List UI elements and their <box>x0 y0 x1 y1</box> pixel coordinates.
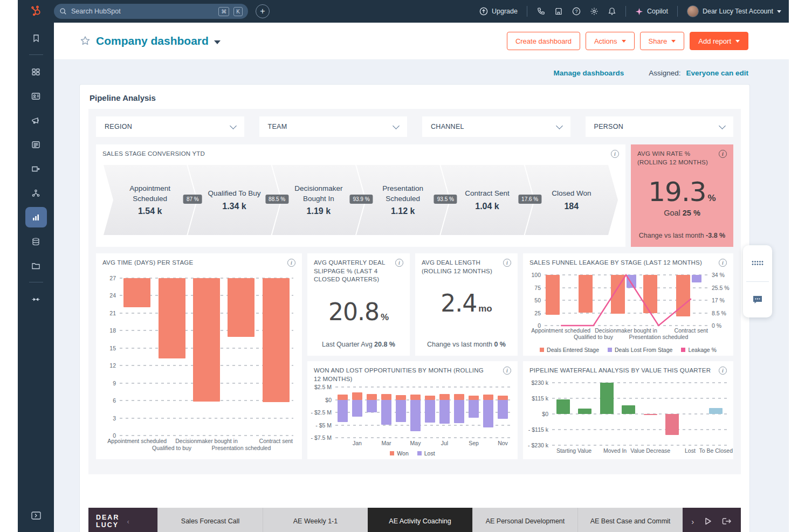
sidebar-item-library[interactable] <box>25 255 47 276</box>
sidebar-item-collapse[interactable] <box>25 289 47 309</box>
info-icon[interactable]: i <box>503 367 511 375</box>
sidebar-item-crm[interactable] <box>25 86 47 106</box>
gridline <box>552 382 727 383</box>
account-menu[interactable]: Dear Lucy Test Account <box>687 5 781 17</box>
sidebar-expand-button[interactable] <box>25 505 47 526</box>
info-icon[interactable]: i <box>287 259 295 267</box>
sidebar-item-bookmarks[interactable] <box>25 28 47 49</box>
filter-team[interactable]: TEAM <box>259 116 408 137</box>
waterfall-bar <box>644 414 657 415</box>
bar-won <box>352 392 362 399</box>
copilot-label: Copilot <box>647 8 668 15</box>
ytick: 12 <box>109 362 116 369</box>
shortcut-k-key: K <box>233 7 243 16</box>
x-axis-label: Contract sent <box>259 438 293 444</box>
bar <box>228 278 254 337</box>
tab-ae-activity-coaching[interactable]: AE Activity Coaching <box>368 508 472 532</box>
actions-button[interactable]: Actions <box>586 32 635 50</box>
manage-dashboards-link[interactable]: Manage dashboards <box>554 69 624 77</box>
sidebar-item-reporting[interactable] <box>25 207 47 227</box>
copilot-sparkle-icon <box>635 8 643 16</box>
x-axis-label: Decisionmaker bought in <box>175 438 238 444</box>
notifications-bell-icon[interactable] <box>608 7 616 16</box>
slippage-footer: Last Quarter Avg 20.8 % <box>307 341 410 356</box>
share-button[interactable]: Share <box>640 32 685 50</box>
collapse-arrows-icon <box>31 295 40 304</box>
ytick: 24 <box>109 292 116 299</box>
data-database-icon <box>31 237 40 246</box>
present-exit-icon[interactable] <box>721 516 732 526</box>
bar-won <box>381 394 391 399</box>
info-icon[interactable]: i <box>611 150 619 158</box>
sidebar-item-workspaces[interactable] <box>25 61 47 82</box>
sidebar-item-automations[interactable] <box>25 183 47 203</box>
create-new-button[interactable]: + <box>256 4 270 18</box>
info-icon[interactable]: i <box>719 259 727 267</box>
hubspot-logo[interactable] <box>18 5 54 17</box>
next-chevron-icon[interactable]: › <box>691 517 694 526</box>
ytick: - $230 k <box>528 442 548 448</box>
leakage-legend: Deals Entered Stage Deals Lost From Stag… <box>523 347 733 353</box>
info-icon[interactable]: i <box>719 367 727 375</box>
info-icon[interactable]: i <box>719 150 727 158</box>
bar-lost <box>338 400 348 422</box>
sidebar-item-content[interactable] <box>25 134 47 155</box>
global-search[interactable]: ⌘ K <box>54 4 248 19</box>
help-icon[interactable]: ? <box>572 7 581 16</box>
divider <box>527 6 527 17</box>
assigned-value-link[interactable]: Everyone can edit <box>686 69 748 77</box>
waterfall-bar <box>556 399 570 414</box>
ytick: 9 <box>113 380 116 386</box>
favorite-star-icon[interactable] <box>80 36 91 46</box>
ytick: - $115 k <box>528 426 548 433</box>
top-navigation-bar: ⌘ K + Upgrade ? Copilot Dear Lucy Test <box>18 0 789 23</box>
ytick: 100 <box>531 272 541 278</box>
add-report-button[interactable]: Add report <box>690 32 748 50</box>
search-input[interactable] <box>71 8 214 15</box>
rtick: 8.5 % <box>712 310 726 316</box>
info-icon[interactable]: i <box>503 259 511 267</box>
upgrade-button[interactable]: Upgrade <box>479 7 518 16</box>
dots-grid-button[interactable] <box>743 245 772 281</box>
calls-icon[interactable] <box>536 7 545 16</box>
x-axis-label: Qualified to buy <box>152 445 191 451</box>
title-caret-icon[interactable] <box>214 40 221 44</box>
leakage-line <box>545 275 707 326</box>
filter-person[interactable]: PERSON <box>586 116 734 137</box>
copilot-button[interactable]: Copilot <box>635 8 668 16</box>
sidebar-item-commerce[interactable] <box>25 158 47 179</box>
x-axis-label: Appointment scheduled <box>107 438 167 444</box>
bar <box>123 278 150 307</box>
bar-won <box>396 395 406 399</box>
bar-lost <box>483 400 493 428</box>
bar-lost <box>367 400 377 413</box>
comment-button[interactable] <box>743 282 772 318</box>
sidebar-item-data[interactable] <box>25 231 47 252</box>
sidebar-item-marketing[interactable] <box>25 110 47 130</box>
settings-gear-icon[interactable] <box>590 7 598 16</box>
filter-region[interactable]: REGION <box>96 116 244 137</box>
page-title: Company dashboard <box>96 34 209 47</box>
conversion-badge: 93.9 % <box>349 195 373 204</box>
waterfall-bar <box>665 414 679 435</box>
win-rate-value: 19.3% <box>631 176 733 208</box>
waterfall-plot: $230 k$115 k$0- $115 k- $230 kStarting V… <box>552 383 727 445</box>
waterfall-bar <box>578 409 591 414</box>
tab-ae-weekly-1-1[interactable]: AE Weekly 1-1 <box>263 508 368 532</box>
tab-sales-forecast-call[interactable]: Sales Forecast Call <box>157 508 263 532</box>
bar-won <box>338 395 348 399</box>
info-icon[interactable]: i <box>395 259 403 267</box>
bookmark-icon <box>32 34 40 43</box>
deal-length-widget: AVG DEAL LENGTH (ROLLING 12 MONTHS) i 2.… <box>415 253 518 356</box>
tab-ae-personal-development[interactable]: AE Personal Development <box>472 508 577 532</box>
create-dashboard-button[interactable]: Create dashboard <box>507 32 580 50</box>
marketplace-icon[interactable] <box>554 7 563 16</box>
play-icon[interactable] <box>703 516 713 526</box>
marketing-megaphone-icon <box>31 116 40 125</box>
widget-title: AVG DEAL LENGTH (ROLLING 12 MONTHS) <box>422 259 499 275</box>
widgets-panel: REGION TEAM CHANNEL PERSON SALES STAGE C… <box>88 109 741 474</box>
prev-chevron-icon[interactable]: ‹ <box>127 517 129 526</box>
filter-channel[interactable]: CHANNEL <box>422 116 570 137</box>
tab-ae-best-case-and-commit[interactable]: AE Best Case and Commit <box>577 508 683 532</box>
conversion-badge: 88.5 % <box>265 195 288 204</box>
